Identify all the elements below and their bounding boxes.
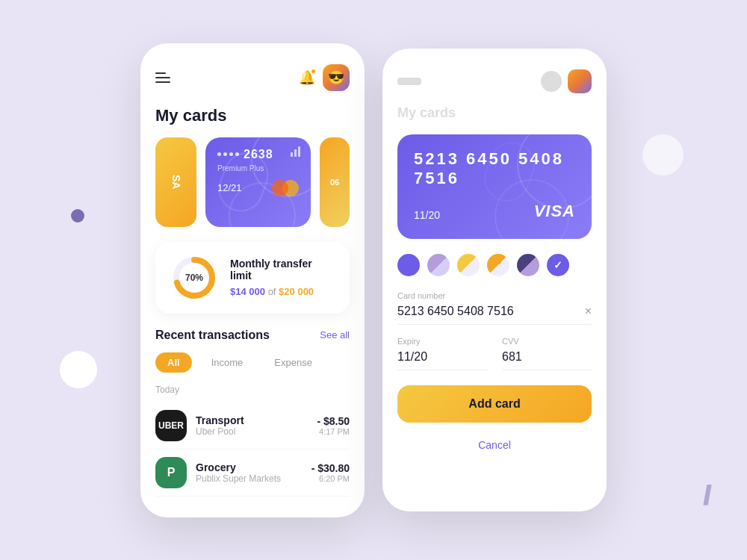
add-card-button[interactable]: Add card — [397, 385, 592, 423]
header-right: 🔔 😎 — [299, 64, 350, 91]
card-right-text: 06 — [330, 178, 339, 187]
bg-decoration-2 — [60, 351, 97, 388]
dot-1 — [217, 152, 221, 156]
right-page-title: My cards — [397, 105, 592, 121]
transaction-amount-grocery: - $30.80 — [311, 462, 350, 474]
color-pickers — [397, 254, 592, 276]
limit-amounts: $14 000 of $20 000 — [230, 286, 335, 297]
color-option-selected[interactable] — [547, 254, 569, 276]
left-phone: 🔔 😎 My cards SA — [140, 43, 365, 517]
filter-income[interactable]: Income — [199, 352, 255, 373]
menu-line-3 — [155, 81, 170, 83]
main-card[interactable]: 2638 Premium Plus 12/21 — [205, 137, 311, 227]
rh-right — [541, 69, 592, 93]
notification-dot — [311, 69, 315, 73]
card-number-field: Card number 5213 6450 5408 7516 × — [397, 291, 592, 325]
cvv-value: 681 — [502, 350, 522, 364]
transaction-right-transport: - $8.50 4:17 PM — [317, 415, 350, 436]
card-display-area: 5213 6450 5408 7516 11/20 VISA — [397, 134, 592, 239]
expiry-field: Expiry 11/20 — [397, 337, 487, 370]
card-full-number: 5213 6450 5408 7516 — [414, 149, 575, 188]
phones-container: 🔔 😎 My cards SA — [140, 43, 607, 517]
page-title: My cards — [155, 106, 350, 125]
transaction-time-grocery: 6:20 PM — [311, 474, 350, 483]
card-number-input[interactable]: 5213 6450 5408 7516 × — [397, 305, 592, 325]
cvv-field: CVV 681 — [502, 337, 592, 370]
bar-3 — [298, 146, 300, 157]
rh-dot — [541, 71, 562, 92]
transaction-time-transport: 4:17 PM — [317, 427, 350, 436]
filter-all[interactable]: All — [155, 352, 192, 373]
right-phone-header — [397, 69, 592, 93]
donut-percentage: 70% — [185, 273, 203, 283]
transaction-amount-transport: - $8.50 — [317, 415, 350, 427]
filter-tabs: All Income Expense — [155, 352, 350, 373]
transaction-name-transport: Transport — [196, 414, 308, 426]
uber-logo-text: UBER — [158, 420, 184, 431]
expiry-input[interactable]: 11/20 — [397, 350, 487, 370]
bg-decoration-1 — [71, 209, 84, 223]
transaction-info-transport: Transport Uber Pool — [196, 414, 308, 437]
bg-decoration-3 — [642, 134, 684, 175]
card-number-label: Card number — [397, 291, 592, 300]
transaction-sub-transport: Uber Pool — [196, 426, 308, 437]
limit-separator: of — [268, 286, 279, 297]
card-display-expiry: 11/20 — [414, 209, 440, 221]
notification-bell-icon[interactable]: 🔔 — [299, 69, 315, 86]
dot-3 — [229, 152, 233, 156]
transactions-title: Recent transactions — [155, 329, 270, 342]
card-left-side[interactable]: SA — [155, 137, 196, 227]
transaction-item-grocery: P Grocery Publix Super Markets - $30.80 … — [155, 449, 350, 497]
uber-logo: UBER — [155, 410, 187, 441]
card-side-text: SA — [170, 175, 182, 189]
filter-expense[interactable]: Expense — [262, 352, 324, 373]
transactions-header: Recent transactions See all — [155, 329, 350, 342]
expiry-label: Expiry — [397, 337, 487, 346]
transaction-name-grocery: Grocery — [196, 461, 303, 473]
publix-logo-text: P — [167, 466, 176, 479]
limit-title: Monthly transfer limit — [230, 258, 335, 281]
card-number-clear-icon[interactable]: × — [585, 305, 592, 318]
cvv-input[interactable]: 681 — [502, 350, 592, 370]
menu-button[interactable] — [155, 72, 170, 83]
donut-chart: 70% — [170, 254, 218, 302]
left-phone-header: 🔔 😎 — [155, 64, 350, 91]
limit-total-amount: $20 000 — [279, 286, 314, 297]
transaction-info-grocery: Grocery Publix Super Markets — [196, 461, 303, 484]
date-label: Today — [155, 385, 350, 395]
bar-1 — [291, 152, 293, 157]
signal-icon — [291, 146, 300, 157]
main-card-display: 5213 6450 5408 7516 11/20 VISA — [397, 134, 592, 239]
mc-circle-left — [272, 180, 288, 196]
right-phone: My cards 5213 6450 5408 7516 11/20 VISA — [382, 49, 607, 511]
card-carousel: SA 2638 — [155, 137, 350, 227]
form-row-expiry-cvv: Expiry 11/20 CVV 681 — [397, 337, 592, 370]
card-right-side[interactable]: 06 — [320, 137, 350, 227]
menu-line-2 — [155, 77, 170, 78]
color-option-purple-light[interactable] — [427, 254, 450, 276]
expiry-value: 11/20 — [397, 350, 427, 364]
cancel-button[interactable]: Cancel — [397, 432, 592, 458]
color-option-dark[interactable] — [517, 254, 539, 276]
visa-logo: VISA — [534, 202, 575, 221]
transaction-item: UBER Transport Uber Pool - $8.50 4:17 PM — [155, 402, 350, 449]
publix-logo: P — [155, 457, 187, 488]
dot-2 — [223, 152, 227, 156]
rh-avatar — [568, 69, 592, 93]
bar-2 — [294, 149, 297, 157]
menu-line-1 — [155, 72, 166, 74]
slash-decoration: // — [703, 480, 706, 511]
rh-placeholder — [397, 78, 421, 85]
color-option-yellow[interactable] — [457, 254, 480, 276]
transfer-limit-card: 70% Monthly transfer limit $14 000 of $2… — [155, 242, 350, 314]
limit-used-amount: $14 000 — [230, 286, 265, 297]
transaction-sub-grocery: Publix Super Markets — [196, 473, 303, 484]
see-all-button[interactable]: See all — [320, 329, 350, 340]
color-option-orange[interactable] — [487, 254, 509, 276]
card-display-footer: 11/20 VISA — [414, 202, 575, 221]
card-number-value: 5213 6450 5408 7516 — [397, 305, 514, 318]
color-option-purple[interactable] — [397, 254, 420, 276]
avatar[interactable]: 😎 — [323, 64, 350, 91]
limit-info: Monthly transfer limit $14 000 of $20 00… — [230, 258, 335, 297]
transaction-right-grocery: - $30.80 6:20 PM — [311, 462, 350, 483]
